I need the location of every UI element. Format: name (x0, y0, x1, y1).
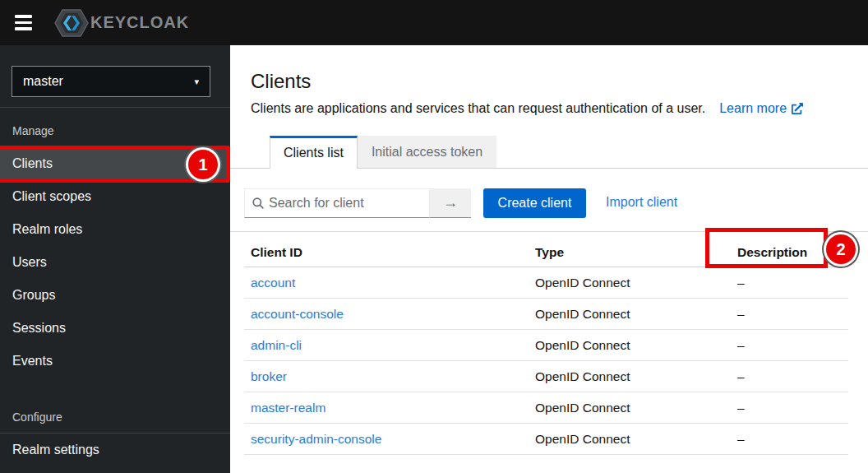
table-row: broker OpenID Connect – (244, 361, 848, 392)
nav-section-label-manage: Manage (12, 124, 230, 141)
sidebar-item-users[interactable]: Users (0, 246, 230, 279)
sidebar-item-groups[interactable]: Groups (0, 279, 230, 312)
client-type: OpenID Connect (529, 432, 731, 447)
nav-toggle-button[interactable] (7, 7, 43, 39)
learn-more-link[interactable]: Learn more (719, 101, 803, 116)
page-description-row: Clients are applications and services th… (251, 101, 803, 116)
keycloak-hexagon-icon (54, 8, 89, 38)
import-client-link[interactable]: Import client (606, 195, 677, 210)
client-id-link[interactable]: account-console (251, 307, 344, 321)
table-row: admin-cli OpenID Connect – (244, 330, 848, 361)
client-id-link[interactable]: account (251, 276, 295, 290)
tabbar: Clients list Initial access token (270, 136, 496, 169)
table-row: account-console OpenID Connect – (244, 299, 848, 330)
client-type: OpenID Connect (529, 401, 731, 415)
client-id-link[interactable]: admin-cli (251, 338, 302, 352)
realm-selector-value: master (23, 74, 63, 89)
sidebar-nav: master ▾ Manage Clients Client scopes Re… (0, 45, 230, 473)
hamburger-icon (15, 15, 32, 18)
sidebar-item-clients[interactable]: Clients (0, 147, 230, 180)
client-description: – (731, 432, 848, 447)
clients-table: Client ID Type Description account OpenI… (244, 239, 848, 455)
table-row: master-realm OpenID Connect – (244, 392, 848, 424)
nav-section-label-configure: Configure (12, 410, 230, 427)
realm-selector-dropdown[interactable]: master ▾ (12, 66, 210, 97)
sidebar-item-client-scopes[interactable]: Client scopes (0, 180, 230, 213)
page-description: Clients are applications and services th… (251, 101, 705, 116)
client-id-link[interactable]: broker (251, 369, 287, 383)
external-link-icon (792, 103, 803, 114)
client-description: – (731, 401, 848, 415)
search-submit-button[interactable]: → (430, 188, 471, 218)
sidebar-item-realm-roles[interactable]: Realm roles (0, 213, 230, 246)
create-client-button[interactable]: Create client (483, 188, 586, 218)
column-header-description: Description (731, 245, 848, 260)
table-row: account OpenID Connect – (244, 267, 848, 299)
masthead: KEYCLOAK (0, 0, 868, 45)
client-id-link[interactable]: master-realm (251, 401, 326, 415)
tab-clients-list[interactable]: Clients list (270, 136, 358, 169)
keycloak-admin-console: KEYCLOAK master ▾ Manage Clients Client … (0, 0, 868, 473)
nav-list-manage: Clients Client scopes Realm roles Users … (0, 147, 230, 378)
nav-list-configure: Realm settings (0, 434, 230, 466)
client-type: OpenID Connect (529, 369, 731, 384)
tab-initial-access-token[interactable]: Initial access token (358, 136, 496, 169)
realm-selector-section: master ▾ (0, 45, 230, 108)
client-id-link[interactable]: security-admin-console (251, 432, 381, 446)
brand-text: KEYCLOAK (90, 13, 189, 32)
caret-down-icon: ▾ (194, 77, 199, 87)
hamburger-icon (15, 21, 32, 25)
page-title: Clients (251, 70, 311, 93)
client-type: OpenID Connect (529, 307, 731, 322)
sidebar-item-realm-settings[interactable]: Realm settings (0, 434, 230, 466)
learn-more-label: Learn more (719, 101, 787, 116)
sidebar-item-events[interactable]: Events (0, 345, 230, 378)
column-header-type: Type (529, 245, 731, 260)
client-type: OpenID Connect (529, 338, 731, 353)
table-row: security-admin-console OpenID Connect – (244, 424, 848, 455)
table-header-row: Client ID Type Description (244, 239, 848, 267)
client-description: – (731, 338, 848, 353)
toolbar-divider (230, 231, 868, 232)
main-content: Clients Clients are applications and ser… (230, 45, 868, 473)
client-description: – (731, 276, 848, 290)
keycloak-logo: KEYCLOAK (54, 8, 189, 38)
search-field-group (244, 188, 430, 218)
client-type: OpenID Connect (529, 276, 731, 290)
client-description: – (731, 307, 848, 322)
hamburger-icon (15, 27, 32, 30)
sidebar-item-sessions[interactable]: Sessions (0, 312, 230, 345)
arrow-right-icon: → (443, 194, 458, 211)
client-description: – (731, 369, 848, 384)
search-input[interactable] (244, 188, 430, 218)
column-header-client-id: Client ID (244, 245, 529, 260)
